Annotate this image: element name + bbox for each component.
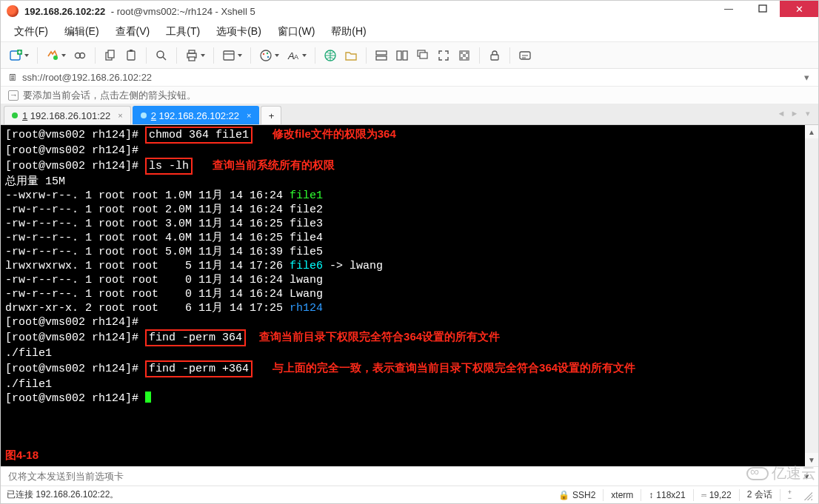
transparent-button[interactable] (455, 47, 473, 64)
status-termsize: ↕118x21 (641, 490, 692, 500)
tabs-scroll-right[interactable]: ► (789, 107, 800, 119)
properties-button[interactable] (220, 47, 244, 64)
svg-rect-0 (759, 5, 766, 12)
new-session-button[interactable] (7, 47, 31, 64)
tile-horizontal-icon (375, 49, 388, 62)
color-scheme-button[interactable] (257, 47, 281, 64)
annotation-chmod: 修改file文件的权限为364 (273, 127, 396, 140)
svg-point-18 (267, 56, 269, 57)
highlight-cmd-ls: ls -lh (145, 158, 193, 175)
xftp-button[interactable] (321, 47, 339, 64)
figure-label: 图4-18 (5, 448, 39, 461)
compose-target-dropdown[interactable]: ▾ (800, 471, 814, 482)
address-url[interactable]: ssh://root@192.168.26.102:22 (22, 72, 152, 83)
find-button[interactable] (153, 47, 170, 64)
menu-edit[interactable]: 编辑(E) (57, 22, 107, 41)
fullscreen-button[interactable] (435, 47, 452, 64)
tabs-scroll-left[interactable]: ◄ (775, 107, 787, 119)
highlight-cmd-chmod: chmod 364 file1 (145, 127, 253, 144)
address-dropdown-icon[interactable]: ▾ (798, 72, 815, 83)
lock-button[interactable] (486, 47, 504, 64)
maximize-button[interactable] (746, 1, 780, 17)
disconnect-button[interactable] (71, 47, 89, 64)
lock-icon (488, 49, 501, 62)
hint-bar: 要添加当前会话，点击左侧的箭头按钮。 (1, 87, 818, 104)
terminal-wrap: [root@vms002 rh124]# chmod 364 file1 修改f… (1, 125, 818, 466)
status-connection: 已连接 192.168.26.102:22。 (7, 488, 551, 501)
print-button[interactable] (183, 47, 207, 64)
terminal-scrollbar[interactable]: ▲ ▼ (805, 125, 818, 466)
compose-bar-icon (518, 49, 532, 62)
copy-button[interactable] (101, 47, 119, 64)
tab-session-1[interactable]: 1 192.168.26.101:22 × (4, 106, 131, 124)
tab-session-2[interactable]: 2 192.168.26.102:22 × (133, 106, 260, 124)
terminal-line: -rw-r--r--. 1 root root 5.0M 11月 14 16:3… (5, 246, 323, 258)
titlebar: 192.168.26.102:22 - root@vms002:~/rh124 … (1, 1, 818, 21)
maximize-icon (756, 2, 769, 16)
menu-file[interactable]: 文件(F) (7, 22, 56, 41)
terminal[interactable]: [root@vms002 rh124]# chmod 364 file1 修改f… (1, 125, 818, 465)
resize-grip-icon[interactable] (802, 490, 812, 500)
reconnect-button[interactable] (44, 47, 68, 64)
scroll-up-icon[interactable]: ▲ (805, 125, 818, 138)
highlight-cmd-find1: find -perm 364 (145, 329, 246, 346)
file-symlink: file6 (290, 260, 323, 272)
menu-help[interactable]: 帮助(H) (324, 22, 373, 41)
menu-tabs[interactable]: 选项卡(B) (209, 22, 269, 41)
svg-rect-13 (189, 57, 195, 61)
tile-cascade-button[interactable] (414, 47, 432, 64)
status-caps[interactable]: +− (780, 489, 799, 501)
menu-window[interactable]: 窗口(W) (270, 22, 323, 41)
terminal-line: --wxrw-r--. 1 root root 1.0M 11月 14 16:2… (5, 189, 290, 202)
svg-rect-30 (466, 51, 469, 54)
status-cursorpos: ⎓19,22 (694, 490, 739, 500)
menu-view[interactable]: 查看(V) (108, 22, 158, 41)
menubar: 文件(F) 编辑(E) 查看(V) 工具(T) 选项卡(B) 窗口(W) 帮助(… (1, 21, 818, 42)
svg-point-17 (267, 52, 268, 53)
minimize-button[interactable]: — (712, 1, 746, 17)
address-bar: 🗏 ssh://root@192.168.26.102:22 ▾ (1, 69, 818, 87)
status-sessions: 2 会话 (740, 488, 780, 501)
tab-add-button[interactable]: + (261, 106, 281, 124)
hint-arrow-icon[interactable] (8, 90, 19, 101)
address-doc-icon: 🗏 (8, 72, 18, 83)
scroll-down-icon[interactable]: ▼ (805, 453, 818, 466)
app-icon (7, 5, 19, 17)
svg-point-10 (157, 51, 164, 58)
tabs-menu-button[interactable]: ▾ (802, 107, 814, 119)
globe-icon (324, 49, 337, 62)
terminal-line: -rw-r--r--. 1 root root 4.0M 11月 14 16:2… (5, 232, 323, 244)
search-icon (155, 49, 168, 62)
tile-horizontal-button[interactable] (372, 47, 390, 64)
tab-close-button[interactable]: × (118, 111, 122, 120)
menu-tools[interactable]: 工具(T) (158, 22, 207, 41)
status-termtype: xterm (604, 490, 641, 500)
tile-vertical-button[interactable] (393, 47, 411, 64)
toolbar: AA (1, 42, 818, 69)
properties-icon (222, 49, 235, 62)
tab-close-button[interactable]: × (247, 111, 251, 120)
close-button[interactable]: ✕ (780, 1, 818, 17)
highlight-cmd-find2: find -perm +364 (145, 360, 253, 377)
file-dir: rh124 (290, 302, 323, 315)
palette-icon (259, 49, 273, 62)
compose-bar-button[interactable] (516, 47, 534, 64)
terminal-line: 总用量 15M (5, 175, 65, 188)
svg-rect-29 (460, 51, 463, 54)
svg-rect-23 (376, 56, 387, 60)
copy-icon (104, 49, 117, 62)
terminal-line: -rw-r--r--. 1 root root 0 11月 14 16:24 l… (5, 274, 323, 286)
status-dot-icon (12, 112, 18, 118)
window-title-rest: root@vms002:~/rh124 - Xshell 5 (117, 6, 255, 17)
annotation-find2: 与上面的完全一致，表示查询当前目录下权限完全符合364设置的所有文件 (273, 361, 635, 374)
svg-rect-25 (403, 51, 407, 60)
font-button[interactable]: AA (284, 47, 309, 64)
new-file-transfer-button[interactable] (342, 47, 360, 64)
fullscreen-icon (437, 49, 450, 62)
paste-button[interactable] (122, 47, 140, 64)
transparency-icon (458, 49, 471, 62)
svg-rect-32 (460, 57, 463, 60)
svg-rect-27 (420, 53, 427, 58)
svg-rect-22 (376, 51, 387, 55)
compose-input[interactable] (5, 469, 800, 483)
